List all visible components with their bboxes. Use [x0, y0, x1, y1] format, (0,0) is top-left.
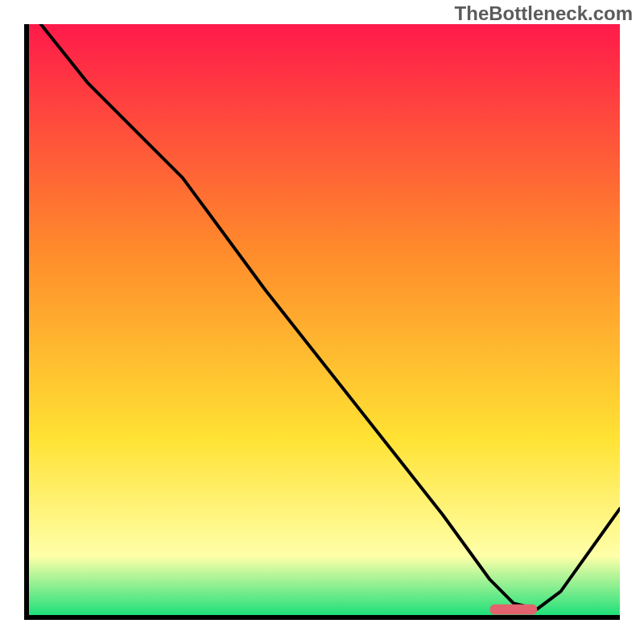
bottleneck-chart [29, 24, 620, 615]
chart-axes [24, 24, 620, 620]
optimal-range-marker [490, 605, 538, 615]
watermark-text: TheBottleneck.com [455, 2, 633, 25]
